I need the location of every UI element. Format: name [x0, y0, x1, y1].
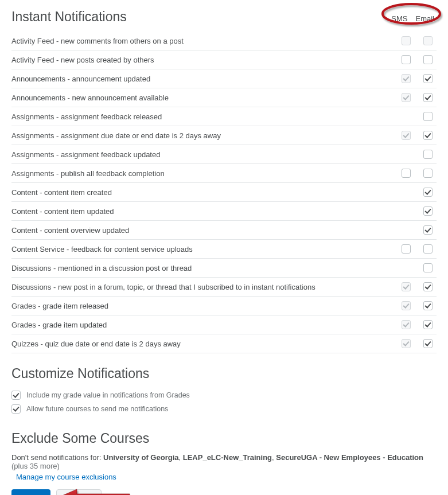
customize-notifications-heading: Customize Notifications — [11, 366, 437, 381]
sms-checkbox — [402, 225, 411, 235]
customize-option-label: Include my grade value in notifications … — [26, 391, 190, 399]
customize-checkbox[interactable] — [11, 391, 21, 400]
email-checkbox[interactable] — [423, 320, 433, 329]
email-checkbox[interactable] — [423, 244, 433, 254]
email-checkbox[interactable] — [423, 93, 433, 102]
notification-row: Announcements - announcement updated — [11, 69, 437, 88]
exclude-more-count: (plus 35 more) — [11, 462, 60, 470]
customize-option: Allow future courses to send me notifica… — [11, 402, 437, 416]
sms-checkbox — [402, 188, 411, 197]
column-labels: SMS Email — [391, 14, 437, 23]
email-checkbox[interactable] — [423, 206, 433, 216]
sms-checkbox — [402, 150, 411, 159]
email-checkbox[interactable] — [423, 282, 433, 291]
sms-checkbox — [402, 131, 411, 140]
notification-row: Quizzes - quiz due date or end date is 2… — [11, 334, 437, 353]
notification-label: Discussions - new post in a forum, topic… — [11, 283, 401, 291]
email-column-label: Email — [415, 14, 434, 23]
notification-label: Assignments - assignment feedback releas… — [11, 112, 401, 121]
exclude-courses-heading: Exclude Some Courses — [11, 431, 437, 446]
notification-label: Assignments - assignment due date or end… — [11, 131, 401, 140]
excluded-course-name: SecureUGA - New Employees - Education — [276, 453, 423, 462]
sms-checkbox — [402, 339, 411, 348]
email-checkbox[interactable] — [423, 55, 433, 64]
sms-column-label: SMS — [391, 14, 407, 23]
email-checkbox[interactable] — [423, 112, 433, 121]
notification-label: Content Service - feedback for content s… — [11, 245, 401, 254]
instant-notifications-heading: Instant Notifications — [11, 9, 391, 25]
customize-option-label: Allow future courses to send me notifica… — [26, 405, 168, 413]
email-checkbox[interactable] — [423, 225, 433, 235]
email-checkbox[interactable] — [423, 74, 433, 83]
notification-label: Discussions - mentioned in a discussion … — [11, 264, 401, 272]
notification-row: Assignments - assignment feedback update… — [11, 145, 437, 164]
notification-label: Content - content item created — [11, 188, 401, 197]
email-checkbox[interactable] — [423, 263, 433, 272]
notification-row: Grades - grade item updated — [11, 315, 437, 334]
notification-label: Announcements - announcement updated — [11, 75, 401, 83]
notification-row: Content - content overview updated — [11, 221, 437, 240]
email-checkbox[interactable] — [423, 339, 433, 348]
notification-row: Assignments - assignment due date or end… — [11, 126, 437, 145]
notification-row: Content Service - feedback for content s… — [11, 240, 437, 259]
sms-checkbox — [402, 320, 411, 329]
sms-checkbox — [402, 93, 411, 102]
email-checkbox[interactable] — [423, 188, 433, 197]
notification-label: Assignments - assignment feedback update… — [11, 150, 401, 159]
manage-exclusions-link[interactable]: Manage my course exclusions — [16, 473, 116, 481]
notification-label: Content - content item updated — [11, 207, 401, 216]
notification-row: Assignments - assignment feedback releas… — [11, 107, 437, 126]
notification-label: Assignments - publish all feedback compl… — [11, 169, 401, 178]
notification-row: Activity Feed - new comments from others… — [11, 32, 437, 50]
sms-checkbox — [402, 282, 411, 291]
sms-checkbox[interactable] — [402, 55, 411, 64]
notification-label: Grades - grade item updated — [11, 321, 401, 329]
sms-checkbox — [402, 301, 411, 310]
sms-checkbox — [402, 206, 411, 216]
customize-option: Include my grade value in notifications … — [11, 388, 437, 402]
notification-label: Grades - grade item released — [11, 302, 401, 310]
sms-checkbox — [402, 263, 411, 272]
notification-row: Discussions - mentioned in a discussion … — [11, 259, 437, 278]
cancel-button[interactable]: Cancel — [56, 489, 101, 495]
email-checkbox — [423, 36, 433, 45]
sms-checkbox — [402, 74, 411, 83]
notification-row: Grades - grade item released — [11, 297, 437, 315]
notification-row: Activity Feed - new posts created by oth… — [11, 50, 437, 69]
exclude-prefix: Don't send notifications for: — [11, 453, 103, 462]
email-checkbox[interactable] — [423, 131, 433, 140]
exclude-courses-text: Don't send notifications for: University… — [11, 453, 437, 470]
sms-checkbox — [402, 112, 411, 121]
notification-row: Announcements - new announcement availab… — [11, 88, 437, 107]
sms-checkbox — [402, 36, 411, 45]
email-checkbox[interactable] — [423, 169, 433, 178]
notification-label: Content - content overview updated — [11, 226, 401, 235]
sms-checkbox[interactable] — [402, 169, 411, 178]
excluded-course-name: LEAP_eLC-New_Training — [183, 453, 272, 462]
notification-row: Assignments - publish all feedback compl… — [11, 164, 437, 183]
email-checkbox[interactable] — [423, 150, 433, 159]
sms-checkbox[interactable] — [402, 244, 411, 254]
notification-label: Quizzes - quiz due date or end date is 2… — [11, 340, 401, 348]
notification-row: Discussions - new post in a forum, topic… — [11, 278, 437, 297]
notification-row: Content - content item created — [11, 183, 437, 202]
notification-row: Content - content item updated — [11, 202, 437, 221]
customize-checkbox[interactable] — [11, 404, 21, 414]
excluded-course-name: University of Georgia — [103, 453, 178, 462]
notification-label: Activity Feed - new posts created by oth… — [11, 56, 401, 64]
notification-label: Announcements - new announcement availab… — [11, 93, 401, 102]
save-button[interactable]: Save — [11, 489, 50, 495]
notification-label: Activity Feed - new comments from others… — [11, 37, 401, 45]
email-checkbox[interactable] — [423, 301, 433, 310]
